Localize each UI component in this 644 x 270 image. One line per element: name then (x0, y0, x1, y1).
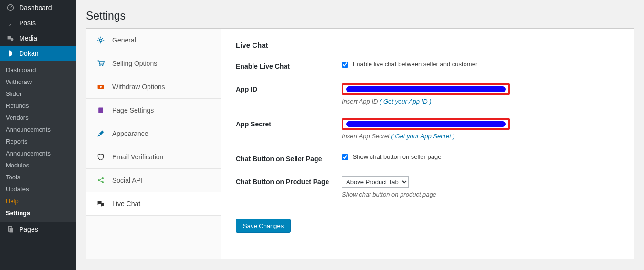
gear-icon (96, 36, 106, 44)
svg-point-12 (102, 177, 104, 179)
tab-label: Page Settings (112, 106, 154, 114)
svg-point-11 (98, 179, 100, 181)
checkbox-label[interactable]: Enable live chat between seller and cust… (342, 61, 477, 68)
svg-point-5 (100, 39, 102, 42)
checkbox-text: Enable live chat between seller and cust… (353, 61, 478, 68)
enable-live-chat-checkbox[interactable] (342, 62, 348, 68)
media-icon (6, 34, 15, 42)
get-app-id-link[interactable]: ( Get your App ID ) (380, 98, 432, 105)
save-changes-button[interactable]: Save Changes (236, 219, 291, 233)
submenu-reports[interactable]: Reports (0, 135, 76, 147)
sidebar-submenu: Dashboard Withdraw Slider Refunds Vendor… (0, 61, 76, 222)
submenu-modules[interactable]: Modules (0, 159, 76, 171)
field-label: Chat Button on Product Page (236, 176, 342, 186)
brush-icon (96, 130, 106, 137)
share-icon (96, 177, 106, 184)
chat-icon (96, 200, 106, 208)
tab-label: Selling Options (112, 60, 157, 67)
tab-appearance[interactable]: Appearance (86, 122, 221, 145)
money-icon (96, 83, 106, 91)
submenu-vendors[interactable]: Vendors (0, 112, 76, 124)
sidebar-label: Media (19, 34, 37, 42)
checkbox-text: Show chat button on seller page (353, 153, 442, 160)
submenu-slider[interactable]: Slider (0, 88, 76, 100)
submenu-updates[interactable]: Updates (0, 183, 76, 195)
field-label: Enable Live Chat (236, 61, 342, 70)
settings-tabs: General Selling Options Withdraw Options… (86, 29, 221, 259)
svg-rect-10 (98, 107, 103, 113)
tab-general[interactable]: General (86, 29, 221, 52)
svg-point-6 (99, 65, 100, 66)
sidebar-item-pages[interactable]: Pages (0, 222, 76, 237)
tab-email-verification[interactable]: Email Verification (86, 145, 221, 169)
field-label: Chat Button on Seller Page (236, 153, 342, 163)
tab-label: Appearance (112, 130, 148, 137)
checkbox-label[interactable]: Show chat button on seller page (342, 153, 441, 160)
row-app-secret: App Secret Insert App Secret ( Get your … (236, 118, 619, 140)
submenu-settings[interactable]: Settings (0, 207, 76, 219)
tab-selling-options[interactable]: Selling Options (86, 52, 221, 75)
dashboard-icon (6, 4, 15, 11)
sidebar-item-media[interactable]: Media (0, 31, 76, 46)
get-app-secret-link[interactable]: ( Get your App Secret ) (391, 133, 455, 140)
main-content: Settings General Selling Options Withdra… (76, 0, 644, 270)
tab-spacer (86, 216, 221, 259)
sidebar-label: Posts (19, 19, 36, 27)
svg-point-2 (11, 38, 13, 41)
field-label: App ID (236, 83, 342, 93)
svg-point-13 (102, 181, 104, 183)
tab-label: Social API (112, 177, 143, 184)
submenu-announcements[interactable]: Announcements (0, 124, 76, 135)
cart-icon (96, 60, 106, 67)
page-title: Settings (86, 0, 634, 28)
app-secret-hint: Insert App Secret ( Get your App Secret … (342, 133, 619, 140)
pages-icon (6, 226, 15, 233)
tab-page-settings[interactable]: Page Settings (86, 99, 221, 122)
settings-panel: General Selling Options Withdraw Options… (86, 28, 634, 259)
tab-social-api[interactable]: Social API (86, 169, 221, 192)
tab-label: Live Chat (112, 200, 140, 208)
svg-rect-1 (8, 36, 11, 39)
submenu-tools[interactable]: Tools (0, 171, 76, 183)
product-page-select[interactable]: Above Product Tab (342, 176, 409, 188)
row-enable-live-chat: Enable Live Chat Enable live chat betwee… (236, 61, 619, 70)
submenu-refunds[interactable]: Refunds (0, 100, 76, 112)
field-label: App Secret (236, 118, 342, 128)
row-app-id: App ID Insert App ID ( Get your App ID ) (236, 83, 619, 105)
page-icon (96, 106, 106, 114)
tab-live-chat[interactable]: Live Chat (86, 192, 221, 216)
submenu-withdraw[interactable]: Withdraw (0, 76, 76, 88)
svg-point-9 (100, 86, 102, 88)
tab-withdraw-options[interactable]: Withdraw Options (86, 75, 221, 99)
row-seller-page: Chat Button on Seller Page Show chat but… (236, 153, 619, 163)
app-secret-input[interactable] (342, 118, 510, 130)
shield-icon (96, 153, 106, 161)
tab-label: Withdraw Options (112, 83, 165, 91)
submenu-announcements2[interactable]: Announcements (0, 147, 76, 159)
sidebar-item-dashboard[interactable]: Dashboard (0, 0, 76, 15)
row-product-page: Chat Button on Product Page Above Produc… (236, 176, 619, 198)
seller-page-checkbox[interactable] (342, 154, 348, 160)
tab-content: Live Chat Enable Live Chat Enable live c… (221, 29, 634, 259)
sidebar-label: Pages (19, 226, 38, 233)
tab-label: General (112, 36, 136, 44)
sidebar-label: Dokan (19, 50, 38, 57)
sidebar-label: Dashboard (19, 4, 52, 11)
app-id-input[interactable] (342, 83, 510, 95)
svg-rect-4 (10, 228, 13, 232)
sidebar-item-dokan[interactable]: Dokan (0, 46, 76, 61)
section-heading: Live Chat (236, 41, 619, 49)
sidebar-item-posts[interactable]: Posts (0, 15, 76, 31)
admin-sidebar: Dashboard Posts Media Dokan Dashboard Wi… (0, 0, 76, 270)
submenu-help[interactable]: Help (0, 195, 76, 207)
product-page-hint: Show chat button on product page (342, 191, 619, 198)
tab-label: Email Verification (112, 153, 163, 161)
submenu-dashboard[interactable]: Dashboard (0, 64, 76, 76)
pin-icon (6, 19, 15, 27)
app-id-hint: Insert App ID ( Get your App ID ) (342, 98, 619, 105)
svg-point-7 (102, 65, 103, 66)
dokan-icon (6, 50, 15, 57)
